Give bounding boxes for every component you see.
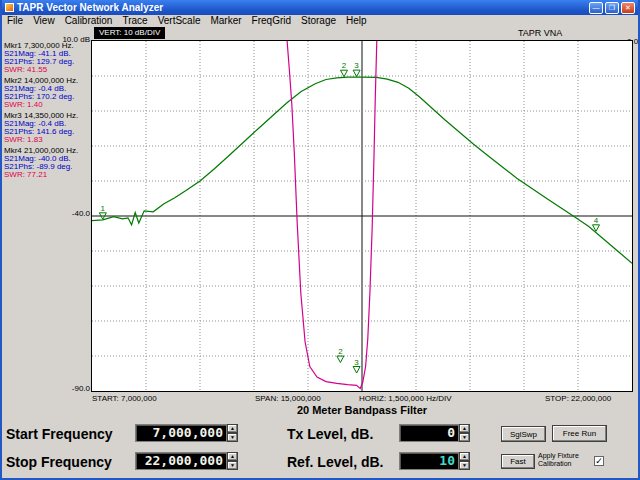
fast-button[interactable]: Fast (501, 454, 535, 469)
marker-readout-panel: Mkr1 7,300,000 Hz. S21Mag: -41.1 dB. S21… (4, 42, 92, 182)
span-scale-label: SPAN: 15,000,000 (255, 394, 321, 403)
apply-fixture-label-line1: Apply Fixture (538, 452, 592, 460)
marker3-swr: SWR: 1.83 (4, 136, 92, 144)
start-frequency-display[interactable]: 7,000,000 (135, 424, 227, 442)
spin-up-icon[interactable]: ▲ (227, 452, 238, 461)
marker4-swr: SWR: 77.21 (4, 171, 92, 179)
menu-vertscale[interactable]: VertScale (153, 15, 206, 27)
spin-up-icon[interactable]: ▲ (459, 452, 470, 461)
start-scale-label: START: 7,000,000 (92, 394, 157, 403)
minimize-icon[interactable]: — (589, 2, 603, 14)
ref-level-spinner: ▲ ▼ (459, 452, 470, 470)
marker2-readout: Mkr2 14,000,000 Hz. S21Mag: -0.4 dB. S21… (4, 77, 92, 109)
marker3-readout: Mkr3 14,350,000 Hz. S21Mag: -0.4 dB. S21… (4, 112, 92, 144)
window-controls: — ❐ ✕ (589, 2, 635, 14)
start-frequency-label: Start Frequency (6, 426, 113, 442)
marker1-swr: SWR: 41.55 (4, 66, 92, 74)
svg-text:3: 3 (354, 358, 359, 367)
ref-level-label: Ref. Level, dB. (287, 454, 383, 470)
spin-down-icon[interactable]: ▼ (459, 461, 470, 470)
menu-freqgrid[interactable]: FreqGrid (247, 15, 296, 27)
svg-text:1: 1 (101, 204, 106, 213)
spin-down-icon[interactable]: ▼ (459, 433, 470, 442)
spin-up-icon[interactable]: ▲ (459, 424, 470, 433)
ref-level-display[interactable]: 10 (399, 452, 459, 470)
svg-text:2: 2 (338, 347, 343, 356)
menu-file[interactable]: File (2, 15, 28, 27)
titlebar[interactable]: TAPR Vector Network Analyzer — ❐ ✕ (2, 0, 638, 15)
stop-frequency-spinner: ▲ ▼ (227, 452, 238, 470)
spin-down-icon[interactable]: ▼ (227, 461, 238, 470)
menu-marker[interactable]: Marker (205, 15, 246, 27)
y-axis-mid-label: -40.0 (58, 209, 90, 218)
app-window: TAPR Vector Network Analyzer — ❐ ✕ File … (0, 0, 640, 480)
tx-level-label: Tx Level, dB. (287, 426, 373, 442)
window-title: TAPR Vector Network Analyzer (17, 2, 589, 13)
stop-frequency-label: Stop Frequency (6, 454, 112, 470)
plot-canvas: 123423 (92, 41, 632, 391)
free-run-button[interactable]: Free Run (552, 425, 607, 442)
plot-area: 123423 (91, 40, 633, 392)
menubar: File View Calibration Trace VertScale Ma… (2, 15, 638, 27)
maximize-icon[interactable]: ❐ (605, 2, 619, 14)
apply-fixture-label: Apply Fixture Calibration (538, 452, 592, 468)
apply-fixture-checkbox[interactable]: ✓ (594, 456, 604, 466)
menu-view[interactable]: View (28, 15, 60, 27)
menu-trace[interactable]: Trace (117, 15, 152, 27)
menu-calibration[interactable]: Calibration (60, 15, 118, 27)
apply-fixture-label-line2: Calibration (538, 460, 592, 468)
close-icon[interactable]: ✕ (621, 2, 635, 14)
spin-up-icon[interactable]: ▲ (227, 424, 238, 433)
spin-down-icon[interactable]: ▼ (227, 433, 238, 442)
tx-level-display[interactable]: 0 (399, 424, 459, 442)
svg-text:2: 2 (342, 61, 347, 70)
marker1-readout: Mkr1 7,300,000 Hz. S21Mag: -41.1 dB. S21… (4, 42, 92, 74)
stop-scale-label: STOP: 22,000,000 (545, 394, 611, 403)
check-icon: ✓ (595, 456, 603, 466)
start-frequency-spinner: ▲ ▼ (227, 424, 238, 442)
tx-level-spinner: ▲ ▼ (459, 424, 470, 442)
svg-text:3: 3 (354, 61, 359, 70)
menu-help[interactable]: Help (341, 15, 372, 27)
plot-title: 20 Meter Bandpass Filter (91, 404, 633, 416)
y-axis-bottom-label: -90.0 (58, 384, 90, 393)
horiz-scale-label: HORIZ: 1,500,000 Hz/DIV (359, 394, 451, 403)
y-axis-top-label: 10.0 dB (48, 35, 90, 44)
vert-scale-display: VERT: 10 dB/DIV (94, 27, 165, 39)
menu-storage[interactable]: Storage (296, 15, 341, 27)
svg-text:4: 4 (594, 216, 599, 225)
brand-label: TAPR VNA (518, 28, 562, 38)
marker2-swr: SWR: 1.40 (4, 101, 92, 109)
marker4-readout: Mkr4 21,000,000 Hz. S21Mag: -40.0 dB. S2… (4, 147, 92, 179)
stop-frequency-display[interactable]: 22,000,000 (135, 452, 227, 470)
app-icon (5, 3, 14, 12)
single-sweep-button[interactable]: SglSwp (501, 426, 546, 442)
